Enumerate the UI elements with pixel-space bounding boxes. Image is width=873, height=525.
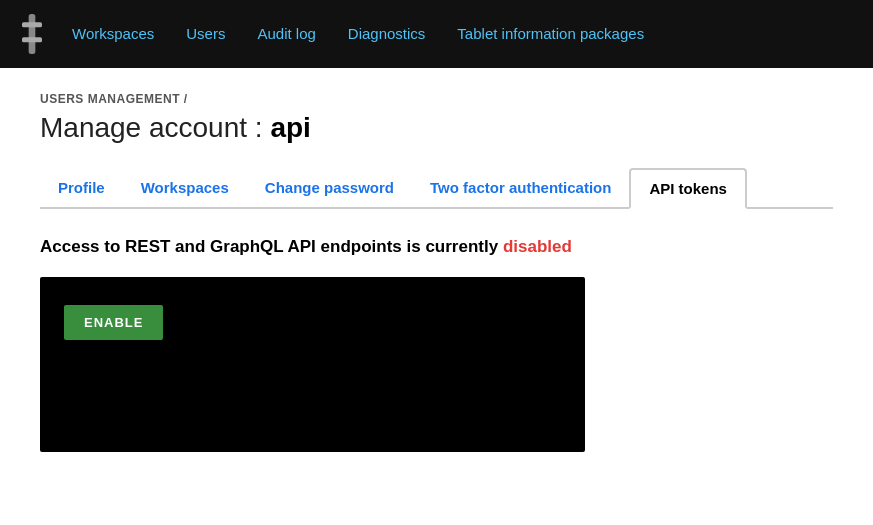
nav-workspaces[interactable]: Workspaces [72,25,154,42]
top-nav: Workspaces Users Audit log Diagnostics T… [0,0,873,68]
nav-links: Workspaces Users Audit log Diagnostics T… [72,25,644,43]
nav-users[interactable]: Users [186,25,225,42]
tab-profile[interactable]: Profile [40,168,123,209]
main-content: USERS MANAGEMENT / Manage account : api … [0,68,873,476]
breadcrumb: USERS MANAGEMENT / [40,92,833,106]
svg-rect-2 [22,37,42,42]
api-tokens-panel: Access to REST and GraphQL API endpoints… [40,237,833,452]
nav-tablet-info[interactable]: Tablet information packages [457,25,644,42]
tab-api-tokens[interactable]: API tokens [629,168,747,209]
api-disabled-badge: disabled [503,237,572,256]
api-black-box: ENABLE [40,277,585,452]
tab-two-factor[interactable]: Two factor authentication [412,168,629,209]
page-title: Manage account : api [40,112,833,144]
nav-audit-log[interactable]: Audit log [257,25,315,42]
tabs-container: Profile Workspaces Change password Two f… [40,168,833,209]
nav-diagnostics[interactable]: Diagnostics [348,25,426,42]
tab-workspaces[interactable]: Workspaces [123,168,247,209]
enable-button[interactable]: ENABLE [64,305,163,340]
tab-change-password[interactable]: Change password [247,168,412,209]
api-status-message: Access to REST and GraphQL API endpoints… [40,237,833,257]
svg-rect-0 [29,14,36,54]
app-logo [16,14,48,54]
svg-rect-1 [22,22,42,27]
